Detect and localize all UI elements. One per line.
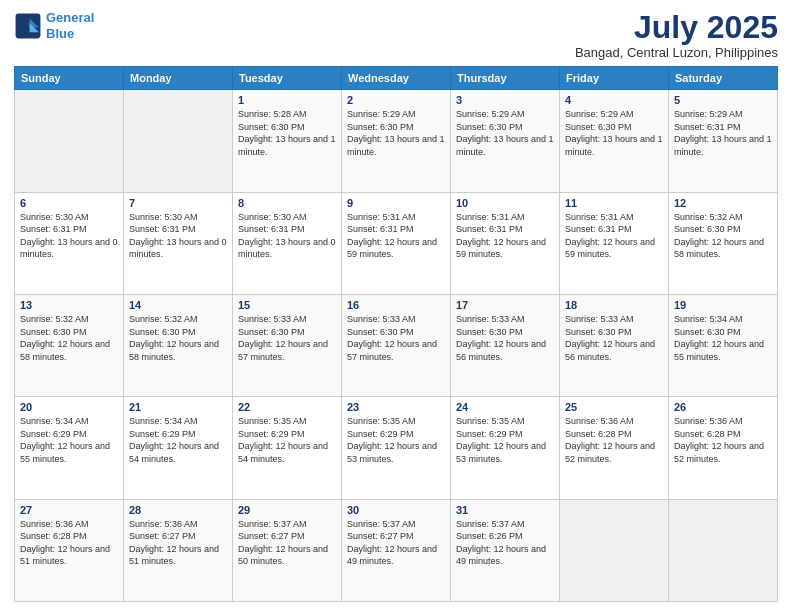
- weekday-header-saturday: Saturday: [669, 67, 778, 90]
- day-number: 6: [20, 197, 118, 209]
- day-cell: [124, 90, 233, 192]
- day-cell: [560, 499, 669, 601]
- day-cell: 3Sunrise: 5:29 AM Sunset: 6:30 PM Daylig…: [451, 90, 560, 192]
- day-number: 31: [456, 504, 554, 516]
- day-info: Sunrise: 5:29 AM Sunset: 6:30 PM Dayligh…: [347, 108, 445, 158]
- logo-line1: General: [46, 10, 94, 25]
- day-number: 5: [674, 94, 772, 106]
- day-number: 3: [456, 94, 554, 106]
- day-cell: 14Sunrise: 5:32 AM Sunset: 6:30 PM Dayli…: [124, 294, 233, 396]
- day-cell: 7Sunrise: 5:30 AM Sunset: 6:31 PM Daylig…: [124, 192, 233, 294]
- day-number: 1: [238, 94, 336, 106]
- day-cell: 5Sunrise: 5:29 AM Sunset: 6:31 PM Daylig…: [669, 90, 778, 192]
- day-cell: 31Sunrise: 5:37 AM Sunset: 6:26 PM Dayli…: [451, 499, 560, 601]
- day-info: Sunrise: 5:29 AM Sunset: 6:30 PM Dayligh…: [456, 108, 554, 158]
- weekday-header-thursday: Thursday: [451, 67, 560, 90]
- day-number: 19: [674, 299, 772, 311]
- day-number: 15: [238, 299, 336, 311]
- day-number: 11: [565, 197, 663, 209]
- day-cell: 20Sunrise: 5:34 AM Sunset: 6:29 PM Dayli…: [15, 397, 124, 499]
- title-block: July 2025 Bangad, Central Luzon, Philipp…: [575, 10, 778, 60]
- day-number: 7: [129, 197, 227, 209]
- day-cell: 1Sunrise: 5:28 AM Sunset: 6:30 PM Daylig…: [233, 90, 342, 192]
- day-number: 20: [20, 401, 118, 413]
- calendar: SundayMondayTuesdayWednesdayThursdayFrid…: [14, 66, 778, 602]
- day-cell: 19Sunrise: 5:34 AM Sunset: 6:30 PM Dayli…: [669, 294, 778, 396]
- day-cell: 8Sunrise: 5:30 AM Sunset: 6:31 PM Daylig…: [233, 192, 342, 294]
- day-cell: 10Sunrise: 5:31 AM Sunset: 6:31 PM Dayli…: [451, 192, 560, 294]
- weekday-header-row: SundayMondayTuesdayWednesdayThursdayFrid…: [15, 67, 778, 90]
- header: General Blue July 2025 Bangad, Central L…: [14, 10, 778, 60]
- day-cell: [669, 499, 778, 601]
- day-number: 22: [238, 401, 336, 413]
- day-cell: 6Sunrise: 5:30 AM Sunset: 6:31 PM Daylig…: [15, 192, 124, 294]
- day-cell: 27Sunrise: 5:36 AM Sunset: 6:28 PM Dayli…: [15, 499, 124, 601]
- day-info: Sunrise: 5:30 AM Sunset: 6:31 PM Dayligh…: [238, 211, 336, 261]
- logo-text: General Blue: [46, 10, 94, 41]
- day-number: 10: [456, 197, 554, 209]
- day-number: 18: [565, 299, 663, 311]
- day-info: Sunrise: 5:34 AM Sunset: 6:29 PM Dayligh…: [129, 415, 227, 465]
- day-info: Sunrise: 5:30 AM Sunset: 6:31 PM Dayligh…: [20, 211, 118, 261]
- day-number: 25: [565, 401, 663, 413]
- day-cell: 11Sunrise: 5:31 AM Sunset: 6:31 PM Dayli…: [560, 192, 669, 294]
- day-number: 2: [347, 94, 445, 106]
- day-info: Sunrise: 5:33 AM Sunset: 6:30 PM Dayligh…: [456, 313, 554, 363]
- week-row-3: 13Sunrise: 5:32 AM Sunset: 6:30 PM Dayli…: [15, 294, 778, 396]
- day-info: Sunrise: 5:35 AM Sunset: 6:29 PM Dayligh…: [238, 415, 336, 465]
- day-info: Sunrise: 5:35 AM Sunset: 6:29 PM Dayligh…: [456, 415, 554, 465]
- day-info: Sunrise: 5:36 AM Sunset: 6:28 PM Dayligh…: [565, 415, 663, 465]
- day-cell: 30Sunrise: 5:37 AM Sunset: 6:27 PM Dayli…: [342, 499, 451, 601]
- week-row-5: 27Sunrise: 5:36 AM Sunset: 6:28 PM Dayli…: [15, 499, 778, 601]
- day-cell: 12Sunrise: 5:32 AM Sunset: 6:30 PM Dayli…: [669, 192, 778, 294]
- day-info: Sunrise: 5:31 AM Sunset: 6:31 PM Dayligh…: [456, 211, 554, 261]
- week-row-1: 1Sunrise: 5:28 AM Sunset: 6:30 PM Daylig…: [15, 90, 778, 192]
- day-cell: 4Sunrise: 5:29 AM Sunset: 6:30 PM Daylig…: [560, 90, 669, 192]
- day-info: Sunrise: 5:33 AM Sunset: 6:30 PM Dayligh…: [565, 313, 663, 363]
- day-info: Sunrise: 5:32 AM Sunset: 6:30 PM Dayligh…: [20, 313, 118, 363]
- day-number: 8: [238, 197, 336, 209]
- day-info: Sunrise: 5:32 AM Sunset: 6:30 PM Dayligh…: [674, 211, 772, 261]
- day-cell: 28Sunrise: 5:36 AM Sunset: 6:27 PM Dayli…: [124, 499, 233, 601]
- day-number: 30: [347, 504, 445, 516]
- day-info: Sunrise: 5:29 AM Sunset: 6:31 PM Dayligh…: [674, 108, 772, 158]
- day-cell: 2Sunrise: 5:29 AM Sunset: 6:30 PM Daylig…: [342, 90, 451, 192]
- day-number: 23: [347, 401, 445, 413]
- location-title: Bangad, Central Luzon, Philippines: [575, 45, 778, 60]
- day-info: Sunrise: 5:36 AM Sunset: 6:28 PM Dayligh…: [20, 518, 118, 568]
- page: General Blue July 2025 Bangad, Central L…: [0, 0, 792, 612]
- day-cell: [15, 90, 124, 192]
- week-row-4: 20Sunrise: 5:34 AM Sunset: 6:29 PM Dayli…: [15, 397, 778, 499]
- day-number: 4: [565, 94, 663, 106]
- day-info: Sunrise: 5:37 AM Sunset: 6:27 PM Dayligh…: [347, 518, 445, 568]
- day-number: 24: [456, 401, 554, 413]
- month-title: July 2025: [575, 10, 778, 45]
- day-number: 27: [20, 504, 118, 516]
- day-number: 26: [674, 401, 772, 413]
- day-cell: 26Sunrise: 5:36 AM Sunset: 6:28 PM Dayli…: [669, 397, 778, 499]
- day-number: 21: [129, 401, 227, 413]
- day-info: Sunrise: 5:32 AM Sunset: 6:30 PM Dayligh…: [129, 313, 227, 363]
- day-info: Sunrise: 5:35 AM Sunset: 6:29 PM Dayligh…: [347, 415, 445, 465]
- logo-icon: [14, 12, 42, 40]
- day-cell: 21Sunrise: 5:34 AM Sunset: 6:29 PM Dayli…: [124, 397, 233, 499]
- logo: General Blue: [14, 10, 94, 41]
- weekday-header-sunday: Sunday: [15, 67, 124, 90]
- day-number: 14: [129, 299, 227, 311]
- day-info: Sunrise: 5:34 AM Sunset: 6:29 PM Dayligh…: [20, 415, 118, 465]
- day-cell: 17Sunrise: 5:33 AM Sunset: 6:30 PM Dayli…: [451, 294, 560, 396]
- weekday-header-friday: Friday: [560, 67, 669, 90]
- day-cell: 15Sunrise: 5:33 AM Sunset: 6:30 PM Dayli…: [233, 294, 342, 396]
- day-number: 28: [129, 504, 227, 516]
- day-info: Sunrise: 5:36 AM Sunset: 6:27 PM Dayligh…: [129, 518, 227, 568]
- day-info: Sunrise: 5:36 AM Sunset: 6:28 PM Dayligh…: [674, 415, 772, 465]
- day-cell: 24Sunrise: 5:35 AM Sunset: 6:29 PM Dayli…: [451, 397, 560, 499]
- weekday-header-monday: Monday: [124, 67, 233, 90]
- day-cell: 25Sunrise: 5:36 AM Sunset: 6:28 PM Dayli…: [560, 397, 669, 499]
- day-cell: 9Sunrise: 5:31 AM Sunset: 6:31 PM Daylig…: [342, 192, 451, 294]
- day-cell: 23Sunrise: 5:35 AM Sunset: 6:29 PM Dayli…: [342, 397, 451, 499]
- logo-line2: Blue: [46, 26, 74, 41]
- day-info: Sunrise: 5:31 AM Sunset: 6:31 PM Dayligh…: [347, 211, 445, 261]
- day-number: 9: [347, 197, 445, 209]
- day-info: Sunrise: 5:30 AM Sunset: 6:31 PM Dayligh…: [129, 211, 227, 261]
